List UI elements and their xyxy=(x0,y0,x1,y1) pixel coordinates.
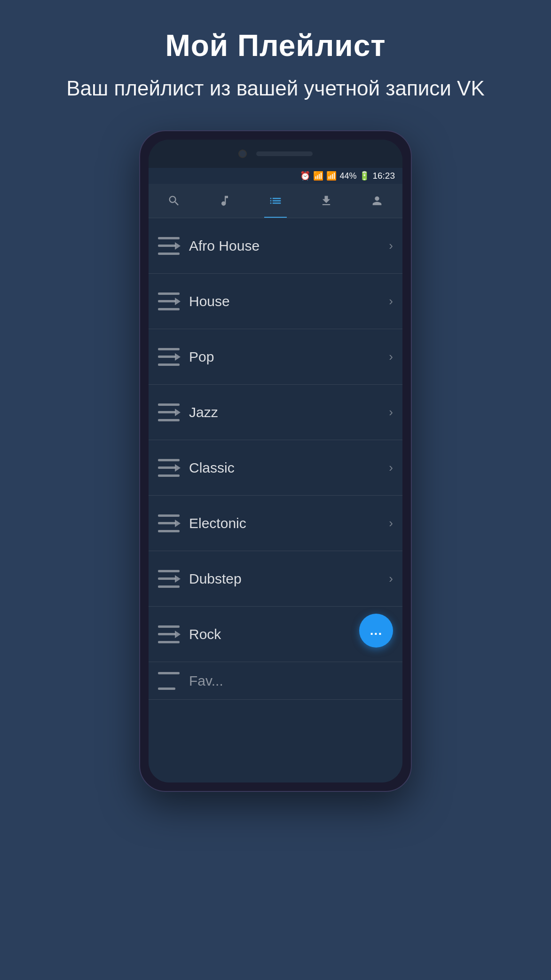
battery-icon: 🔋 xyxy=(359,171,370,181)
playlist-item-house[interactable]: House › xyxy=(149,274,402,329)
playlist-icon xyxy=(158,292,180,310)
playlist-icon xyxy=(158,237,180,255)
status-icons: ⏰ 📶 📶 44% 🔋 16:23 xyxy=(300,171,395,181)
battery-label: 44% xyxy=(339,171,356,181)
playlist-icon xyxy=(158,570,180,588)
wifi-icon: 📶 xyxy=(313,171,323,181)
playlist-item-label: Dubstep xyxy=(189,571,389,587)
playlist-item-classic[interactable]: Classic › xyxy=(149,440,402,496)
arrow-icon: › xyxy=(389,405,393,419)
signal-icon: 📶 xyxy=(326,171,337,181)
arrow-icon: › xyxy=(389,294,393,308)
playlist-item-label: Pop xyxy=(189,349,389,365)
arrow-icon: › xyxy=(389,349,393,364)
playlist-item-favorite-partial[interactable]: Fav... xyxy=(149,662,402,700)
playlist-content: Afro House › House › xyxy=(149,218,402,782)
alarm-icon: ⏰ xyxy=(300,171,310,181)
status-time: 16:23 xyxy=(372,171,395,181)
arrow-icon: › xyxy=(389,571,393,586)
arrow-icon: › xyxy=(389,238,393,253)
nav-playlist[interactable] xyxy=(264,190,287,211)
playlist-item-jazz[interactable]: Jazz › xyxy=(149,385,402,440)
playlist-item-label: Jazz xyxy=(189,404,389,420)
arrow-icon: › xyxy=(389,460,393,475)
nav-bar xyxy=(149,184,402,218)
playlist-icon xyxy=(158,403,180,421)
playlist-item-afrohouse[interactable]: Afro House › xyxy=(149,218,402,274)
playlist-item-label-partial: Fav... xyxy=(189,673,393,689)
page-subtitle: Ваш плейлист из вашей учетной записи VK xyxy=(38,74,513,102)
playlist-item-label: House xyxy=(189,293,389,309)
page-title: Мой Плейлист xyxy=(38,28,513,63)
phone-top-bar xyxy=(149,140,402,168)
playlist-icon xyxy=(158,625,180,643)
playlist-icon xyxy=(158,459,180,477)
phone-mockup: ⏰ 📶 📶 44% 🔋 16:23 xyxy=(139,130,412,792)
page-header: Мой Плейлист Ваш плейлист из вашей учетн… xyxy=(0,0,551,121)
playlist-item-electronic[interactable]: Electonic › xyxy=(149,496,402,551)
playlist-icon xyxy=(158,672,180,690)
nav-search[interactable] xyxy=(163,190,185,211)
arrow-icon: › xyxy=(389,516,393,530)
playlist-item-pop[interactable]: Pop › xyxy=(149,329,402,385)
nav-music[interactable] xyxy=(213,190,236,211)
nav-download[interactable] xyxy=(315,190,338,211)
nav-account[interactable] xyxy=(366,190,388,211)
phone-speaker xyxy=(256,151,313,156)
phone-inner: ⏰ 📶 📶 44% 🔋 16:23 xyxy=(149,140,402,782)
playlist-icon xyxy=(158,514,180,532)
playlist-item-dubstep[interactable]: Dubstep › xyxy=(149,551,402,607)
phone-outer: ⏰ 📶 📶 44% 🔋 16:23 xyxy=(139,130,412,792)
fab-button[interactable]: ... xyxy=(359,614,393,648)
fab-label: ... xyxy=(370,623,382,638)
playlist-item-label: Electonic xyxy=(189,515,389,531)
playlist-item-rock[interactable]: Rock ... xyxy=(149,607,402,662)
status-bar: ⏰ 📶 📶 44% 🔋 16:23 xyxy=(149,168,402,184)
phone-camera xyxy=(238,150,247,158)
playlist-item-label: Classic xyxy=(189,460,389,476)
playlist-item-label: Afro House xyxy=(189,238,389,254)
playlist-icon xyxy=(158,348,180,366)
